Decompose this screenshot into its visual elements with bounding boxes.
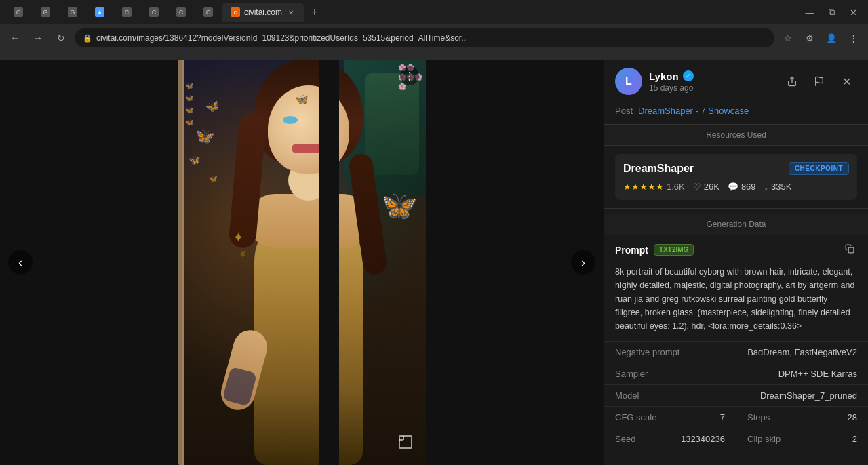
likes-count: 26K [704,182,719,192]
seed-value: 132340236 [681,434,725,444]
stars-rating: ★★★★★ 1.6K [623,182,685,192]
window-close-button[interactable]: ✕ [844,3,863,22]
tab-active-label: civitai.com [244,7,282,17]
extensions-button[interactable]: ⚙ [800,28,819,47]
user-avatar[interactable]: L [615,68,642,95]
new-tab-button[interactable]: + [305,3,324,22]
butterflies-scatter: 🦋🦋🦋🦋 [185,80,193,129]
url-text: civitai.com/images/1386412?modelVersionI… [96,33,766,43]
resources-heading: Resources Used [604,124,868,146]
post-label: Post [615,106,633,116]
tab-7[interactable]: C [168,3,194,22]
username: Lykon [649,70,679,82]
negative-prompt-row: Negative prompt BadDream, FastNegativeV2 [604,341,868,363]
tab-favicon-1: C [14,7,23,17]
clip-cell: Clip skip 2 [736,428,868,449]
model-label: Model [615,390,639,401]
svg-rect-4 [848,247,854,253]
clip-value: 2 [852,434,857,444]
tab-1[interactable]: C [5,3,31,22]
maximize-button[interactable]: ⧉ [822,3,841,22]
generation-section: Generation Data Prompt TXT2IMG 8k portra… [604,208,868,449]
bookmark-button[interactable]: ☆ [778,28,797,47]
chevron-right-icon: › [581,256,585,270]
next-image-button[interactable]: › [571,250,595,275]
gold-ornament: ✦ [233,229,244,245]
address-bar: ← → ↻ 🔒 civitai.com/images/1386412?model… [0,24,868,52]
butterfly-tiny: 🦋 [209,175,217,182]
share-button[interactable] [781,70,803,92]
prompt-row: Prompt TXT2IMG [604,235,868,262]
crop-icon [397,434,414,453]
back-button[interactable]: ← [5,28,24,47]
tab-active[interactable]: c civitai.com ✕ [222,3,304,22]
heart-icon: ♡ [693,182,701,192]
flag-icon [814,76,825,87]
copy-prompt-button[interactable] [842,241,857,258]
tab-3[interactable]: G [60,3,85,22]
downloads-count: 335K [771,182,791,192]
cfg-label: CFG scale [615,412,656,422]
resource-stats: ★★★★★ 1.6K ♡ 26K 💬 869 ↓ 335K [623,182,849,192]
copy-icon [845,244,854,254]
tab-close-active[interactable]: ✕ [286,7,296,17]
browser-chrome: C G G ★ C C C C c civitai.com ✕ + — [0,0,868,60]
model-row: Model DreamShaper_7_pruned [604,384,868,406]
username-row: Lykon ✓ [649,70,774,82]
tab-favicon-7: C [176,7,186,17]
tab-favicon-2: G [41,7,50,17]
sampler-value: DPM++ SDE Karras [778,369,857,379]
forward-button[interactable]: → [28,28,47,47]
checkpoint-badge: CHECKPOINT [789,162,849,175]
seed-cell: Seed 132340236 [604,428,736,449]
timestamp: 15 days ago [649,83,774,93]
panel-header: L Lykon ✓ 15 days ago [604,60,868,103]
tab-bar: C G G ★ C C C C c civitai.com ✕ + — [0,0,868,24]
neg-prompt-label: Negative prompt [615,347,679,357]
refresh-button[interactable]: ↻ [52,28,71,47]
tab-6[interactable]: C [141,3,167,22]
tab-active-favicon: c [231,7,240,17]
close-panel-button[interactable]: ✕ [835,70,857,92]
image-more-button[interactable]: ⋮ [400,66,419,85]
flag-button[interactable] [808,70,830,92]
chevron-left-icon: ‹ [18,256,22,270]
download-icon: ↓ [764,182,769,192]
right-dark-area [319,60,339,465]
minimize-button[interactable]: — [800,3,819,22]
seed-clip-row: Seed 132340236 Clip skip 2 [604,428,868,449]
cfg-steps-row: CFG scale 7 Steps 28 [604,406,868,428]
steps-cell: Steps 28 [736,407,868,428]
header-actions: ✕ [781,70,857,92]
tab-2[interactable]: G [33,3,58,22]
right-panel: L Lykon ✓ 15 days ago [604,60,868,465]
profile-button[interactable]: 👤 [822,28,841,47]
figure-eye-left [283,116,298,124]
tab-5[interactable]: C [114,3,140,22]
post-link[interactable]: DreamShaper - 7 Showcase [638,106,749,116]
model-value: DreamShaper_7_pruned [760,390,857,401]
share-icon [787,76,797,87]
tab-8[interactable]: C [195,3,221,22]
cfg-cell: CFG scale 7 [604,407,736,428]
lock-icon: 🔒 [83,34,92,43]
menu-button[interactable]: ⋮ [844,28,863,47]
prev-image-button[interactable]: ‹ [8,250,33,275]
neg-prompt-value: BadDream, FastNegativeV2 [747,347,857,357]
tab-favicon-6: C [149,7,159,17]
prompt-text: 8k portrait of beautiful cyborg with bro… [604,262,868,341]
toolbar-buttons: ☆ ⚙ 👤 ⋮ [778,28,863,47]
url-bar[interactable]: 🔒 civitai.com/images/1386412?modelVersio… [75,28,774,47]
resource-card: DreamShaper CHECKPOINT ★★★★★ 1.6K ♡ 26K … [615,154,857,200]
tab-favicon-8: C [203,7,213,17]
rating-count: 1.6K [667,182,685,192]
resource-name[interactable]: DreamShaper [623,163,694,175]
butterfly-medium-1: 🦋 [203,99,220,115]
tab-favicon-5: C [122,7,132,17]
stars-icon: ★★★★★ [623,182,664,192]
comments-stat: 💬 869 [728,182,756,192]
steps-label: Steps [747,412,770,422]
downloads-stat: ↓ 335K [764,182,792,192]
comments-count: 869 [741,182,756,192]
tab-4[interactable]: ★ [87,3,113,22]
